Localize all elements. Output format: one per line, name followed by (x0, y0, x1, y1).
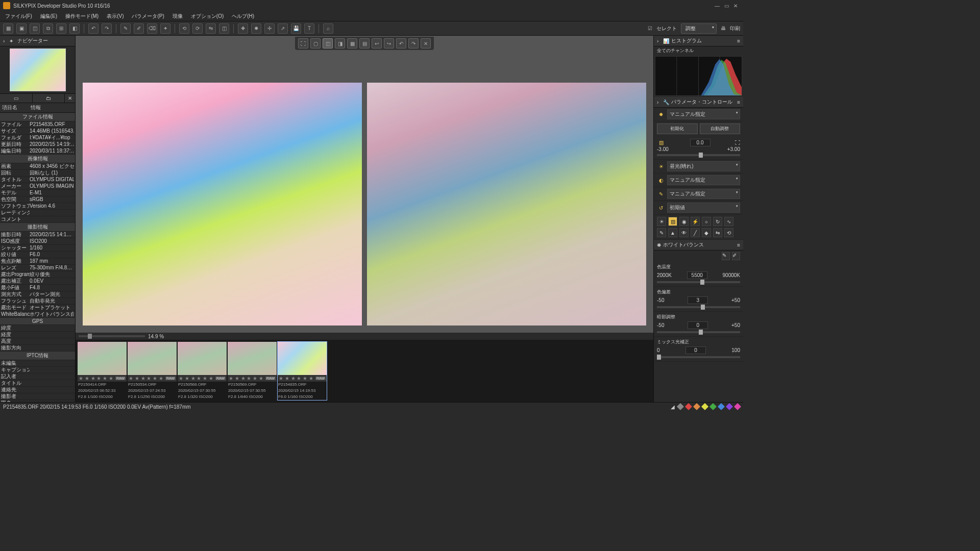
adj-icon-10[interactable]: 👁 (679, 228, 689, 237)
adj-icon-4[interactable]: ⚡ (691, 217, 700, 226)
preview-fit-icon[interactable]: ⛶ (298, 38, 308, 48)
menu-develop[interactable]: 現像 (169, 12, 186, 21)
adj-icon-1[interactable]: ☀ (657, 217, 666, 226)
param-control-header[interactable]: › 🔧 パラメータ・コントロール ≡ (654, 97, 743, 108)
toolbar-btn-6[interactable]: ◧ (69, 23, 80, 34)
rotate-right-icon[interactable]: ⟳ (192, 23, 203, 34)
tab-close-icon[interactable]: ✕ (65, 94, 75, 103)
status-toggle-icon[interactable]: ◢ (671, 404, 675, 410)
filmstrip[interactable]: ★ ★ ★ ★ ★ ★RAWP2150414.ORF2020/02/15 06:… (76, 340, 653, 402)
thumb-rating[interactable]: ★ ★ ★ ★ ★ ★RAW (228, 375, 277, 382)
close-button[interactable]: ✕ (731, 3, 740, 9)
adj-icon-14[interactable]: ⟲ (724, 228, 733, 237)
thumbnail[interactable]: ★ ★ ★ ★ ★ ★RAWP2150534.ORF2020/02/15 07:… (128, 342, 177, 400)
undo-icon[interactable]: ↶ (88, 23, 99, 34)
color-mark-green[interactable] (709, 403, 717, 410)
menu-edit[interactable]: 編集(E) (37, 12, 60, 21)
menu-help[interactable]: ヘルプ(H) (229, 12, 257, 21)
info-list[interactable]: ファイル情報 ファイルP2154835.ORFサイズ14.46MB (15165… (0, 113, 75, 402)
tool-misc-2-icon[interactable]: ✹ (251, 23, 261, 34)
exposure-max-icon[interactable]: ⛶ (735, 140, 740, 145)
tool-stamp-icon[interactable]: ✦ (160, 23, 170, 34)
maximize-button[interactable]: ▭ (722, 3, 731, 9)
select-mode-icon[interactable]: ☑ (648, 23, 652, 34)
color-mark-pink[interactable] (734, 403, 741, 410)
thumb-rating[interactable]: ★ ★ ★ ★ ★ ★RAW (128, 375, 177, 382)
print-icon[interactable]: 🖶 (721, 23, 726, 34)
dark-value[interactable]: 0 (688, 321, 708, 329)
adj-icon-2[interactable]: ▨ (668, 217, 677, 226)
thumb-rating[interactable]: ★ ★ ★ ★ ★ ★RAW (78, 375, 127, 382)
preview-5-icon[interactable]: ▤ (359, 38, 370, 48)
rotate-left-icon[interactable]: ⟲ (179, 23, 189, 34)
adj-icon-13[interactable]: ⇆ (713, 228, 722, 237)
preset-dropdown[interactable]: マニュアル指定 (667, 109, 740, 119)
temp-track[interactable] (657, 281, 740, 283)
wb-tool-icon[interactable]: ✐ (732, 252, 740, 260)
save-icon[interactable]: 💾 (291, 23, 301, 34)
panel-menu-icon[interactable]: ≡ (737, 242, 740, 248)
tab-comment-icon[interactable]: ▭ (0, 94, 33, 103)
tab-folder-icon[interactable]: 🗀 (33, 94, 65, 103)
adj-icon-8[interactable]: ✎ (657, 228, 666, 237)
select-mode-label[interactable]: セレクト (656, 25, 677, 32)
color-mark-blue[interactable] (718, 403, 725, 410)
mix-value[interactable]: 0 (685, 346, 706, 354)
panel-menu-icon[interactable]: ≡ (737, 99, 740, 105)
preview-compare-icon[interactable]: ◫ (323, 38, 333, 48)
preview-prev-icon[interactable]: ↩ (372, 38, 382, 48)
adj-icon-6[interactable]: ↻ (713, 217, 722, 226)
print-label[interactable]: 印刷 (730, 25, 740, 32)
navigator-thumbnail[interactable] (10, 48, 66, 91)
preview-single-icon[interactable]: ▢ (310, 38, 321, 48)
color-mark-yellow[interactable] (701, 403, 708, 410)
exposure-value[interactable]: 0.0 (690, 139, 710, 146)
tint-track[interactable] (657, 306, 740, 308)
histogram-channel[interactable]: 全てのチャンネル (654, 46, 743, 55)
adjust-dropdown[interactable]: 調整 (681, 23, 717, 34)
wb-picker-icon[interactable]: ✎ (722, 252, 730, 260)
preview-split-icon[interactable]: ◨ (335, 38, 345, 48)
menu-file[interactable]: ファイル(F) (2, 12, 35, 21)
thumb-rating[interactable]: ★ ★ ★ ★ ★ ★RAW (278, 375, 327, 382)
wb-preset-sunny[interactable]: 昼光(晴れ) (667, 161, 740, 171)
tool-misc-3-icon[interactable]: ✢ (264, 23, 275, 34)
adj-icon-5[interactable]: ⟐ (702, 217, 711, 226)
toolbar-btn-2[interactable]: ▣ (16, 23, 27, 34)
menu-view[interactable]: 表示(V) (104, 12, 127, 21)
export-icon[interactable]: ⇗ (278, 23, 288, 34)
toolbar-btn-5[interactable]: ⊞ (56, 23, 66, 34)
tool-brush-icon[interactable]: ✐ (134, 23, 144, 34)
preview-area[interactable] (76, 36, 653, 333)
menu-option[interactable]: オプション(O) (188, 12, 227, 21)
thumb-rating[interactable]: ★ ★ ★ ★ ★ ★RAW (178, 375, 227, 382)
preview-close-icon[interactable]: ✕ (421, 38, 431, 48)
init-dropdown[interactable]: 初期値 (667, 203, 740, 213)
panel-menu-icon[interactable]: ≡ (737, 38, 740, 44)
adj-icon-3[interactable]: ◉ (679, 217, 689, 226)
flip-icon[interactable]: ⇋ (206, 23, 216, 34)
preview-grid-icon[interactable]: ▦ (347, 38, 357, 48)
wb-header[interactable]: ✺ ホワイトバランス ≡ (654, 240, 743, 251)
thumbnail[interactable]: ★ ★ ★ ★ ★ ★RAWP2150414.ORF2020/02/15 06:… (78, 342, 127, 400)
preview-right[interactable] (367, 83, 646, 325)
thumbnail[interactable]: ★ ★ ★ ★ ★ ★RAWP2154835.ORF2020/02/15 14:… (278, 342, 327, 400)
init-button[interactable]: 初期化 (657, 123, 698, 134)
tone-dropdown[interactable]: マニュアル指定 (667, 189, 740, 199)
color-mark-none[interactable] (677, 403, 684, 410)
minimize-button[interactable]: — (713, 3, 722, 9)
temp-value[interactable]: 5500 (687, 271, 707, 279)
tool-misc-1-icon[interactable]: ✚ (238, 23, 248, 34)
crop-icon[interactable]: ◫ (219, 23, 229, 34)
tool-wand-icon[interactable]: ✎ (120, 23, 131, 34)
toolbar-btn-1[interactable]: ▦ (3, 23, 13, 34)
thumbnail[interactable]: ★ ★ ★ ★ ★ ★RAWP2150569.ORF2020/02/15 07:… (228, 342, 277, 400)
menu-param[interactable]: パラメータ(P) (129, 12, 167, 21)
menu-mode[interactable]: 操作モード(M) (62, 12, 102, 21)
adj-icon-7[interactable]: ∿ (724, 217, 733, 226)
adj-icon-12[interactable]: ◆ (702, 228, 711, 237)
auto-button[interactable]: 自動調整 (700, 123, 741, 134)
color-mark-orange[interactable] (693, 403, 700, 410)
contrast-dropdown[interactable]: マニュアル指定 (667, 175, 740, 185)
adj-icon-9[interactable]: ▲ (668, 228, 677, 237)
